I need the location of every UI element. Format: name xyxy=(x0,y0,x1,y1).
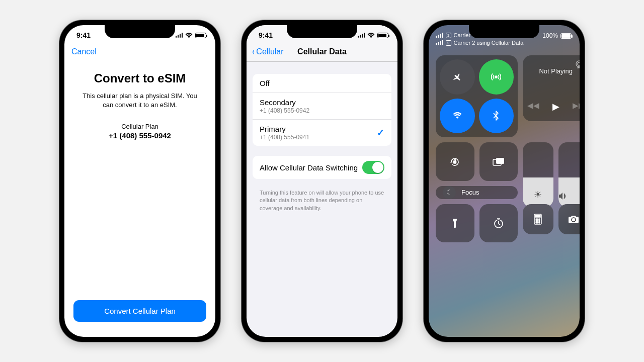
plan-label: Cellular Plan xyxy=(76,123,203,130)
camera-button[interactable] xyxy=(558,204,580,235)
phone-1: 9:41 Cancel Convert to eSIM This cellula… xyxy=(59,20,220,342)
page-title: Convert to eSIM xyxy=(76,71,203,85)
page-subtitle: This cellular plan is a physical SIM. Yo… xyxy=(76,92,203,110)
status-time: 9:41 xyxy=(259,31,273,39)
battery-icon xyxy=(377,33,388,38)
sim-2-icon: 2 xyxy=(446,40,451,46)
plan-number: +1 (408) 555-0942 xyxy=(76,131,203,140)
data-options-group: Off Secondary +1 (408) 555-0942 Primary … xyxy=(253,74,391,146)
phone-3: 100% 1 Carrier 1 5G 2 Carrier 2 using Ce… xyxy=(424,20,585,342)
brightness-icon: ☀ xyxy=(523,189,553,200)
not-playing-label: Not Playing xyxy=(529,67,580,75)
cancel-button[interactable]: Cancel xyxy=(71,47,97,56)
calculator-button[interactable] xyxy=(523,204,553,235)
data-switching-row[interactable]: Allow Cellular Data Switching xyxy=(253,156,391,179)
svg-point-16 xyxy=(537,222,538,223)
signal-icon xyxy=(436,33,443,38)
prev-track-icon[interactable]: ◀◀ xyxy=(527,101,539,112)
airplane-mode-button[interactable] xyxy=(440,59,475,95)
phone-2: 9:41 ‹ Cellular Cellular Data Off Se xyxy=(242,20,403,342)
carrier-2-label: Carrier 2 using Cellular Data xyxy=(454,40,524,46)
option-primary[interactable]: Primary +1 (408) 555-0941 ✓ xyxy=(253,120,391,146)
orientation-lock-button[interactable] xyxy=(436,142,474,181)
footer-text: Turning this feature on will allow your … xyxy=(253,189,391,212)
media-panel[interactable]: Not Playing ◀◀ ▶ ▶▶ xyxy=(523,55,580,121)
switching-toggle[interactable] xyxy=(362,161,384,174)
back-label: Cellular xyxy=(256,47,283,56)
control-center: Not Playing ◀◀ ▶ ▶▶ ☀ ☾ Focus xyxy=(429,50,580,231)
connectivity-panel xyxy=(436,55,518,137)
battery-percent: 100% xyxy=(542,32,558,39)
svg-point-0 xyxy=(495,76,497,78)
focus-label: Focus xyxy=(461,189,479,196)
wifi-icon xyxy=(185,33,193,38)
option-secondary[interactable]: Secondary +1 (408) 555-0942 xyxy=(253,93,391,120)
svg-point-10 xyxy=(537,219,538,220)
signal-icon xyxy=(436,40,443,45)
checkmark-icon: ✓ xyxy=(377,127,384,138)
option-off[interactable]: Off xyxy=(253,74,391,93)
svg-rect-3 xyxy=(454,161,456,163)
status-time: 9:41 xyxy=(76,31,91,39)
moon-icon: ☾ xyxy=(443,186,456,199)
signal-icon xyxy=(358,33,365,38)
screen-mirroring-button[interactable] xyxy=(479,142,518,181)
svg-point-13 xyxy=(537,221,538,222)
svg-point-12 xyxy=(536,221,537,222)
next-track-icon[interactable]: ▶▶ xyxy=(573,101,580,112)
svg-point-17 xyxy=(539,222,540,223)
svg-point-9 xyxy=(536,219,537,220)
brightness-slider[interactable]: ☀ xyxy=(523,142,553,207)
svg-point-14 xyxy=(539,221,540,222)
chevron-left-icon: ‹ xyxy=(252,47,254,56)
volume-slider[interactable] xyxy=(558,142,580,207)
cellular-data-button[interactable] xyxy=(479,59,514,95)
svg-point-2 xyxy=(578,62,580,65)
svg-point-11 xyxy=(539,219,540,220)
play-icon[interactable]: ▶ xyxy=(552,101,559,112)
battery-icon xyxy=(195,33,206,38)
back-button[interactable]: ‹ Cellular xyxy=(252,47,284,56)
volume-icon xyxy=(558,192,580,200)
svg-rect-5 xyxy=(496,158,504,164)
wifi-icon xyxy=(367,33,375,38)
focus-button[interactable]: ☾ Focus xyxy=(436,186,518,199)
svg-point-15 xyxy=(536,222,537,223)
switching-group: Allow Cellular Data Switching xyxy=(253,156,391,179)
convert-button[interactable]: Convert Cellular Plan xyxy=(73,300,206,322)
svg-rect-8 xyxy=(535,215,540,217)
bluetooth-button[interactable] xyxy=(479,99,514,134)
timer-button[interactable] xyxy=(479,204,518,243)
wifi-button[interactable] xyxy=(440,99,475,134)
signal-icon xyxy=(176,33,183,38)
flashlight-button[interactable] xyxy=(436,204,474,243)
sim-1-icon: 1 xyxy=(446,33,451,38)
battery-icon xyxy=(560,33,572,39)
